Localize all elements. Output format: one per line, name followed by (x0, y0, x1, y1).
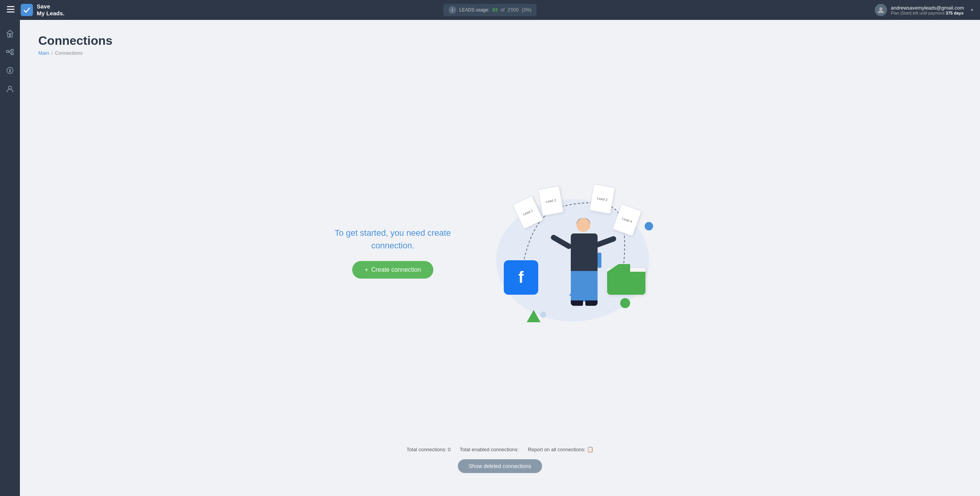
leads-total: 2'000 (508, 7, 519, 13)
total-enabled-connections: Total enabled connections: (460, 447, 519, 452)
illustration: Lead 1 Lead 2 Lead 3 Lead 4 f (481, 176, 672, 329)
leads-separator: of (501, 7, 505, 13)
deco-circle-green (620, 298, 630, 308)
user-avatar (875, 4, 887, 16)
svg-rect-0 (7, 6, 15, 7)
sidebar (0, 20, 20, 496)
person-shoe-right (585, 300, 598, 306)
logo-text: Save My Leads. (37, 3, 65, 17)
report-icon[interactable]: 📋 (587, 446, 593, 452)
sidebar-item-connections[interactable] (2, 44, 18, 60)
person-body (571, 233, 598, 272)
topnav-right: andrewsavemyleads@gmail.com Plan |Start|… (875, 4, 973, 16)
sidebar-item-home[interactable] (2, 26, 18, 41)
leads-usage-section: i LEADS usage: 63 of 2'000 (3%) (443, 4, 537, 16)
svg-rect-6 (7, 51, 9, 52)
sidebar-item-billing[interactable] (2, 63, 18, 78)
info-icon: i (449, 6, 456, 14)
lead-card-3: Lead 3 (589, 184, 615, 214)
svg-rect-5 (10, 34, 12, 37)
show-deleted-connections-button[interactable]: Show deleted connections (458, 459, 542, 473)
footer-stats: Total connections: 0 Total enabled conne… (38, 439, 962, 456)
breadcrumb-separator: / (51, 50, 53, 56)
main-content: Connections Main / Connections To get st… (20, 20, 980, 496)
svg-rect-4 (8, 34, 10, 37)
menu-icon[interactable] (7, 5, 15, 15)
sidebar-item-profile[interactable] (2, 81, 18, 96)
hero-section: To get started, you need create connecti… (38, 67, 962, 439)
svg-line-10 (9, 52, 11, 54)
leads-label: LEADS usage: (459, 7, 490, 13)
user-email: andrewsavemyleads@gmail.com (891, 5, 964, 11)
page-title: Connections (38, 34, 962, 48)
deco-circle-small (540, 312, 546, 318)
svg-rect-2 (7, 11, 15, 13)
person-figure (557, 218, 611, 314)
svg-point-14 (8, 86, 11, 89)
logo: Save My Leads. (21, 3, 65, 17)
create-btn-icon: + (364, 266, 368, 273)
lead-card-4: Lead 4 (612, 204, 642, 237)
leads-used: 63 (493, 7, 498, 13)
breadcrumb-current: Connections (55, 50, 83, 56)
leads-usage-badge: i LEADS usage: 63 of 2'000 (3%) (443, 4, 537, 16)
user-info[interactable]: andrewsavemyleads@gmail.com Plan |Start|… (875, 4, 973, 16)
topnav: Save My Leads. i LEADS usage: 63 of 2'00… (0, 0, 980, 20)
svg-point-3 (879, 7, 882, 10)
create-btn-label: Create connection (371, 266, 421, 273)
deco-question: ? (569, 291, 575, 303)
person-head (577, 218, 590, 232)
user-details: andrewsavemyleads@gmail.com Plan |Start|… (891, 5, 964, 15)
report-all-connections: Report on all connections: 📋 (528, 446, 593, 452)
deco-triangle (527, 310, 541, 322)
breadcrumb-main[interactable]: Main (38, 50, 49, 56)
leads-percent: (3%) (522, 7, 531, 13)
deco-circle-blue (645, 222, 653, 230)
lead-card-1: Lead 1 (513, 196, 543, 229)
person-arm-left (550, 234, 573, 250)
chevron-down-icon[interactable]: ▾ (971, 7, 973, 13)
lead-card-2: Lead 2 (538, 186, 564, 216)
app-body: Connections Main / Connections To get st… (0, 20, 980, 496)
svg-rect-7 (11, 49, 13, 51)
hero-text: To get started, you need create connecti… (328, 227, 458, 279)
create-connection-button[interactable]: + Create connection (352, 261, 433, 279)
facebook-folder: f (504, 260, 538, 295)
user-plan: Plan |Start| left until payment 375 days (891, 11, 964, 15)
logo-icon (21, 4, 33, 16)
svg-rect-1 (7, 9, 15, 10)
total-connections: Total connections: 0 (407, 447, 451, 452)
green-folder (607, 264, 645, 295)
hero-description: To get started, you need create connecti… (328, 227, 458, 252)
svg-rect-8 (11, 53, 13, 55)
person-tie (598, 253, 601, 268)
breadcrumb: Main / Connections (38, 50, 962, 56)
